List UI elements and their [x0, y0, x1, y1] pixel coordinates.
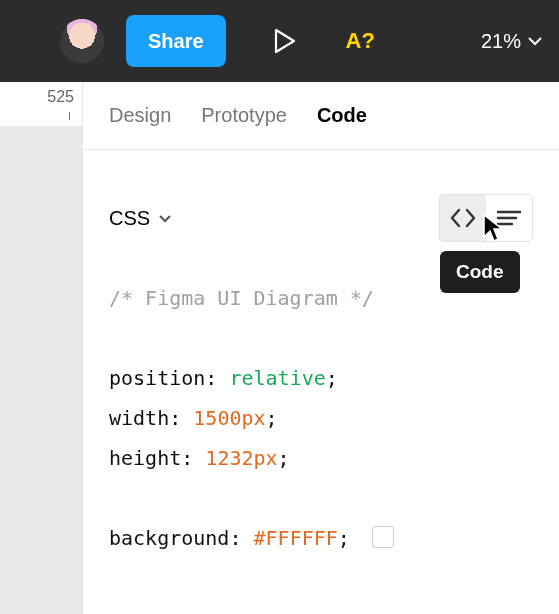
ruler-number: 525: [47, 88, 74, 106]
help-button[interactable]: A?: [346, 28, 375, 54]
css-format-dropdown[interactable]: CSS: [109, 207, 172, 230]
inspector-tabs: Design Prototype Code: [83, 82, 559, 150]
tab-prototype[interactable]: Prototype: [201, 104, 287, 127]
table-view-button[interactable]: [486, 195, 532, 241]
avatar[interactable]: [60, 19, 104, 63]
color-swatch[interactable]: [372, 526, 394, 548]
css-format-label: CSS: [109, 207, 150, 230]
tab-design[interactable]: Design: [109, 104, 171, 127]
lower-area: 525 Design Prototype Code CSS: [0, 82, 559, 614]
inspector-panel: Design Prototype Code CSS: [82, 82, 559, 614]
code-brackets-icon: [449, 208, 477, 228]
blank-line: [109, 478, 533, 518]
canvas-ruler-area: 525: [0, 82, 82, 614]
ruler-tick: [69, 112, 70, 120]
list-lines-icon: [496, 209, 522, 227]
blank-line: [109, 318, 533, 358]
code-line: background: #FFFFFF;: [109, 518, 533, 558]
view-mode-toggle: Code: [439, 194, 533, 242]
canvas-background: [0, 126, 82, 614]
chevron-down-icon: [527, 36, 543, 46]
zoom-value: 21%: [481, 30, 521, 53]
code-line: width: 1500px;: [109, 398, 533, 438]
zoom-dropdown[interactable]: 21%: [481, 30, 543, 53]
share-button[interactable]: Share: [126, 15, 226, 67]
tooltip: Code: [440, 251, 520, 293]
code-view-button[interactable]: [440, 195, 486, 241]
play-icon[interactable]: [274, 28, 296, 54]
css-header-row: CSS Code: [83, 150, 559, 242]
tab-code[interactable]: Code: [317, 104, 367, 127]
code-line: height: 1232px;: [109, 438, 533, 478]
chevron-down-icon: [158, 214, 172, 223]
code-line: position: relative;: [109, 358, 533, 398]
top-bar: Share A? 21%: [0, 0, 559, 82]
code-comment: /* Figma UI Diagram */: [109, 286, 374, 310]
